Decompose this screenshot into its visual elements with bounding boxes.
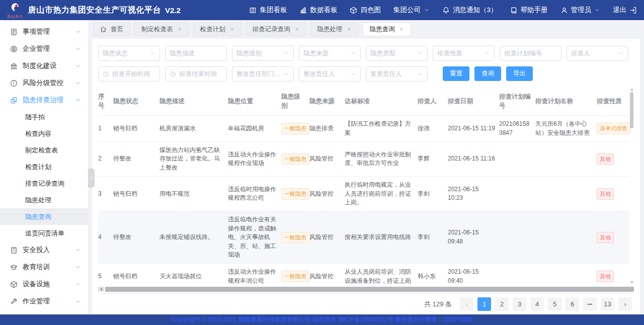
next-page-button[interactable]: › <box>618 297 632 311</box>
tab-close-icon[interactable] <box>177 27 182 32</box>
table-row[interactable]: 3销号归档用电不规范违反临时用电操作规程西北公司一般隐患风险管控执行临时用电规定… <box>98 177 629 211</box>
vertical-scrollbar[interactable] <box>630 88 634 284</box>
reset-button[interactable]: 重置 <box>443 66 469 81</box>
tab-home[interactable]: 首页 <box>93 23 130 36</box>
cell-desc: 灭火器现场就位 <box>159 264 228 285</box>
filter-inspection-plan-no-input[interactable] <box>504 50 557 57</box>
sidebar-subitem-inspection-record-query[interactable]: 排查记录查询 <box>0 175 88 192</box>
cell-plan_name <box>535 211 597 263</box>
page-button-2[interactable]: 2 <box>495 297 509 311</box>
filter-hidden-danger-source[interactable]: 隐患来源 <box>299 46 361 61</box>
scroll-down-icon[interactable] <box>630 281 633 284</box>
horizontal-scrollbar-thumb[interactable] <box>105 287 634 292</box>
filter-inspection-plan-no[interactable] <box>500 46 561 61</box>
page-button-4[interactable]: 4 <box>530 297 544 311</box>
column-header: 隐患状态 <box>113 87 159 115</box>
tab-inspection-plan[interactable]: 检查计划 <box>193 23 242 36</box>
nature-badge: 其他 <box>597 188 614 200</box>
filter-hidden-danger-status[interactable]: 隐患状态 <box>98 46 160 61</box>
sidebar-subitem-make-checklist[interactable]: 制定检查表 <box>0 142 88 158</box>
sidebar-item-enterprise-management[interactable]: 企业管理 <box>0 40 88 57</box>
filter-inspector[interactable]: 排查人 <box>567 46 628 61</box>
cube-icon <box>10 281 18 288</box>
level-badge: 一般隐患 <box>281 123 309 134</box>
cell-date: 2021-06-15 10:23 <box>448 177 499 211</box>
tab-label: 隐患处理 <box>317 25 343 34</box>
sidebar-item-related-party-management[interactable]: 相关方管理 <box>0 310 88 314</box>
sidebar-collapse-handle[interactable]: ‹ <box>88 169 95 188</box>
scroll-up-icon[interactable] <box>630 88 633 91</box>
sidebar-item-safety-investment[interactable]: 安全投入 <box>0 241 88 259</box>
tab-close-icon[interactable] <box>294 27 299 32</box>
bank-icon <box>10 62 18 70</box>
table-row[interactable]: 1销号归档机房屋顶漏水幸福花园机房一般隐患隐患排查【防汛工作检查记录】方案徐强2… <box>98 116 629 142</box>
filter-review-person[interactable]: 复查责任人 <box>366 66 428 82</box>
layers-icon <box>10 97 18 104</box>
scroll-left-icon[interactable] <box>98 287 104 292</box>
sidebar-item-matter-management[interactable]: 事项管理 <box>0 23 88 40</box>
page-button-5[interactable]: 5 <box>548 297 561 311</box>
sidebar-item-education-training[interactable]: 教育培训 <box>0 259 88 276</box>
tab-close-icon[interactable] <box>347 27 352 32</box>
tab-close-icon[interactable] <box>229 27 234 32</box>
sidebar-subitem-hidden-danger-query[interactable]: 隐患查询 <box>0 208 88 225</box>
prev-page-button[interactable]: ‹ <box>460 297 473 311</box>
tab-inspection-record-query[interactable]: 排查记录查询 <box>246 23 306 36</box>
filter-hidden-danger-level[interactable]: 隐患级别 <box>232 46 294 61</box>
page-button-3[interactable]: 3 <box>513 297 526 311</box>
filter-hidden-danger-desc-input[interactable] <box>170 50 222 57</box>
sidebar-item-risk-grading-control[interactable]: 风险分级管控 <box>0 74 88 92</box>
filter-rectification-dept[interactable]: 整改责任部门单位 <box>232 66 294 82</box>
sidebar-subitem-accountability-list[interactable]: 追责问责清单 <box>0 225 88 241</box>
tab-make-checklist[interactable]: 制定检查表 <box>134 23 189 36</box>
sidebar-item-operation-management[interactable]: 作业管理 <box>0 293 88 310</box>
table-row[interactable]: 4待整改未按规定铺设线路。违反临电作业有关操作规程，造成触电、火灾事故机关、所、… <box>98 211 629 264</box>
nav-item-data-board[interactable]: 数据看板 <box>299 6 337 15</box>
nav-item-help-manual[interactable]: 帮助手册 <box>510 6 548 15</box>
nav-item-group-board[interactable]: 集团看板 <box>249 6 287 15</box>
filter-inspection-start-time[interactable]: 排查开始时间 <box>98 66 160 82</box>
tab-close-icon[interactable] <box>399 27 404 32</box>
board-icon <box>249 7 257 14</box>
sidebar-item-institution-construction[interactable]: 制度化建设 <box>0 57 88 74</box>
cell-inspector: 李剑 <box>418 177 448 211</box>
level-badge: 一般隐患 <box>281 232 309 243</box>
page-button-13[interactable]: 13 <box>601 297 614 311</box>
vertical-scrollbar-thumb[interactable] <box>630 92 633 128</box>
tab-hidden-danger-query[interactable]: 隐患查询 <box>363 23 411 36</box>
sidebar-subitem-snapshot[interactable]: 随手拍 <box>0 109 88 125</box>
cell-date: 2021-06-15 11:19 <box>448 116 499 141</box>
nav-item-group-company[interactable]: 集团公司 <box>393 6 430 15</box>
copyright-text: Copyright © 2014-2021 湖南展通科技集团有限公司 版权所有 … <box>172 315 472 324</box>
tab-hidden-danger-handling[interactable]: 隐患处理 <box>310 23 359 36</box>
nav-item-four-color-map[interactable]: 四色图 <box>350 6 381 15</box>
chevron-down-icon <box>75 80 81 86</box>
filter-inspection-nature[interactable]: 排查性质 <box>433 46 495 61</box>
page-more-button[interactable]: ••• <box>583 297 597 311</box>
cell-no: 1 <box>98 116 113 141</box>
query-button[interactable]: 查询 <box>474 66 501 81</box>
cell-nature: 其他 <box>597 211 629 263</box>
filter-inspection-end-time[interactable]: 排查结束时间 <box>165 66 227 82</box>
sidebar-subitem-inspection-plan[interactable]: 检查计划 <box>0 158 88 175</box>
sidebar-subitem-inspection-content[interactable]: 检查内容 <box>0 125 88 142</box>
table-row[interactable]: 2待整改煤医热力站内氢气乙炔存放过近，管老化。马上整改违反动火作业操作规程作业现… <box>98 142 629 177</box>
sidebar-item-label: 教育培训 <box>23 263 50 272</box>
filter-hidden-danger-type[interactable]: 隐患类型 <box>366 46 428 61</box>
chevron-down-icon <box>618 50 624 56</box>
horizontal-scrollbar[interactable] <box>98 286 634 292</box>
sidebar-item-equipment-facilities[interactable]: 设备设施 <box>0 276 88 293</box>
nav-item-notifications[interactable]: 消息通知（3） <box>442 6 498 15</box>
page-button-1[interactable]: 1 <box>477 297 491 311</box>
sidebar-subitem-hidden-danger-handling[interactable]: 隐患处理 <box>0 192 88 208</box>
filter-rectification-person[interactable]: 整改责任人 <box>299 66 361 82</box>
page-button-6[interactable]: 6 <box>566 297 579 311</box>
nav-item-admin-user[interactable]: 管理员 <box>560 6 601 15</box>
cell-no: 5 <box>98 264 113 285</box>
nav-item-logout[interactable]: 退出 <box>613 6 637 15</box>
sidebar-item-hidden-danger-governance[interactable]: 隐患排查治理 <box>0 92 88 109</box>
table-header-row: 序号隐患状态隐患描述隐患位置隐患级别隐患来源达标标准排查人排查日期排查计划编号排… <box>98 87 629 116</box>
export-button[interactable]: 导出 <box>506 66 533 81</box>
filter-hidden-danger-desc[interactable] <box>165 46 227 61</box>
table-row[interactable]: 5销号归档灭火器现场就位违反动火作业操作规程丰润公司一般隐患风险管控从业人员岗前… <box>98 264 629 285</box>
